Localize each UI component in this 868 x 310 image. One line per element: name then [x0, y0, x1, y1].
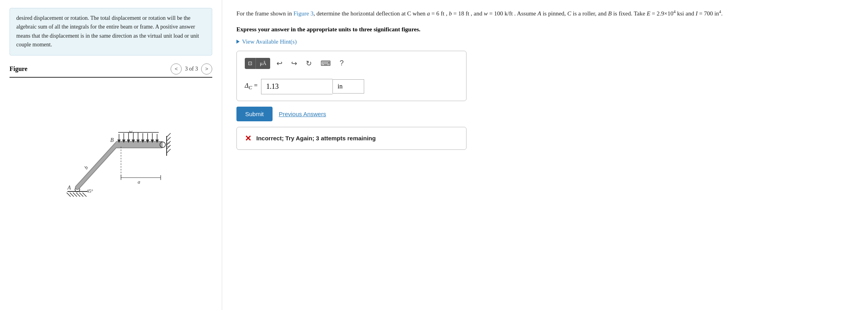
answer-input[interactable] [261, 79, 332, 94]
svg-rect-15 [116, 142, 163, 147]
submit-row: Submit Previous Answers [236, 107, 467, 121]
figure-nav-label: 3 of 3 [185, 66, 198, 72]
unit-label: in [338, 83, 342, 90]
svg-line-31 [167, 137, 171, 141]
svg-line-30 [167, 133, 171, 137]
info-box: desired displacement or rotation. The to… [10, 8, 212, 55]
prev-answers-link[interactable]: Previous Answers [279, 111, 326, 117]
delta-label: ΔC = [245, 82, 258, 91]
redo-button[interactable]: ↪ [289, 57, 300, 69]
figure-image: A 45° b B w [10, 82, 212, 209]
toolbar: ⊡ μÅ ↩ ↪ ↻ ⌨ ? [245, 57, 458, 73]
figure-title: Figure [10, 65, 27, 73]
info-text: desired displacement or rotation. The to… [16, 15, 199, 48]
unit-box: in [332, 79, 364, 94]
mu-button[interactable]: μÅ [255, 58, 270, 69]
help-button[interactable]: ? [337, 57, 346, 69]
svg-text:B: B [110, 137, 114, 143]
figure-ref-link[interactable]: Figure 3 [294, 10, 313, 17]
hint-link[interactable]: View Available Hint(s) [236, 38, 854, 45]
hint-link-label: View Available Hint(s) [242, 38, 297, 45]
figure-header: Figure < 3 of 3 > [10, 63, 212, 78]
figure-nav: < 3 of 3 > [171, 63, 212, 75]
keyboard-button[interactable]: ⌨ [318, 57, 333, 69]
right-panel: For the frame shown in Figure 3, determi… [222, 0, 868, 310]
left-panel: desired displacement or rotation. The to… [0, 0, 222, 310]
result-box: ✕ Incorrect; Try Again; 3 attempts remai… [236, 127, 467, 150]
problem-suffix: , determine the horizontal deflection at… [313, 10, 425, 17]
submit-button[interactable]: Submit [236, 107, 273, 121]
redo-icon: ↪ [291, 59, 297, 67]
undo-icon: ↩ [277, 59, 282, 67]
svg-text:a: a [138, 179, 140, 185]
answer-box: ⊡ μÅ ↩ ↪ ↻ ⌨ ? ΔC = [236, 51, 467, 101]
matrix-icon: ⊡ [248, 60, 252, 66]
next-figure-button[interactable]: > [201, 63, 212, 75]
prev-figure-button[interactable]: < [171, 63, 182, 75]
help-icon: ? [340, 59, 344, 67]
answer-row: ΔC = in [245, 79, 458, 94]
hint-arrow-icon [236, 40, 240, 44]
undo-button[interactable]: ↩ [274, 57, 285, 69]
matrix-mu-group: ⊡ μÅ [245, 58, 270, 69]
frame-svg: A 45° b B w [44, 82, 179, 209]
refresh-button[interactable]: ↻ [303, 57, 314, 69]
svg-text:45°: 45° [86, 188, 93, 194]
result-text: Incorrect; Try Again; 3 attempts remaini… [256, 135, 376, 142]
svg-text:b: b [83, 164, 89, 170]
mu-label: μÅ [260, 60, 266, 66]
matrix-button[interactable]: ⊡ [245, 58, 255, 69]
problem-text: For the frame shown in Figure 3, determi… [236, 8, 854, 19]
bold-instruction: Express your answer in the appropriate u… [236, 26, 854, 33]
incorrect-icon: ✕ [245, 134, 252, 143]
svg-text:w: w [129, 128, 133, 134]
svg-line-34 [167, 149, 171, 153]
problem-prefix: For the frame shown in [236, 10, 294, 17]
math-params: a = 6 ft , b = 18 ft , and w = 100 k/ft … [427, 10, 722, 17]
keyboard-icon: ⌨ [321, 59, 331, 67]
refresh-icon: ↻ [306, 59, 312, 67]
figure-section: Figure < 3 of 3 > [10, 63, 212, 209]
svg-text:A: A [67, 185, 71, 191]
